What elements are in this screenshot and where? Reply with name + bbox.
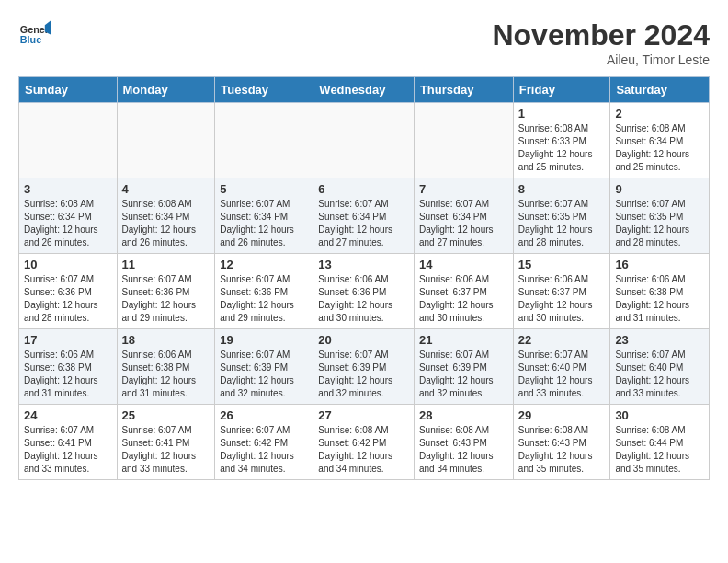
calendar-cell: 6Sunrise: 6:07 AM Sunset: 6:34 PM Daylig… bbox=[313, 178, 415, 254]
day-info: Sunrise: 6:07 AM Sunset: 6:36 PM Dayligh… bbox=[122, 273, 210, 325]
weekday-header-tuesday: Tuesday bbox=[215, 77, 313, 103]
day-info: Sunrise: 6:08 AM Sunset: 6:43 PM Dayligh… bbox=[419, 424, 508, 476]
calendar-cell: 15Sunrise: 6:06 AM Sunset: 6:37 PM Dayli… bbox=[513, 254, 610, 329]
day-info: Sunrise: 6:06 AM Sunset: 6:37 PM Dayligh… bbox=[419, 273, 508, 325]
calendar-week-3: 10Sunrise: 6:07 AM Sunset: 6:36 PM Dayli… bbox=[19, 254, 710, 329]
logo-icon: General Blue bbox=[18, 18, 51, 52]
day-info: Sunrise: 6:07 AM Sunset: 6:39 PM Dayligh… bbox=[220, 349, 308, 400]
calendar-cell: 5Sunrise: 6:07 AM Sunset: 6:34 PM Daylig… bbox=[215, 178, 313, 254]
day-info: Sunrise: 6:07 AM Sunset: 6:39 PM Dayligh… bbox=[419, 349, 508, 400]
location: Aileu, Timor Leste bbox=[492, 52, 710, 67]
day-number: 18 bbox=[122, 333, 210, 347]
day-number: 7 bbox=[419, 182, 508, 196]
day-info: Sunrise: 6:08 AM Sunset: 6:34 PM Dayligh… bbox=[122, 198, 210, 249]
calendar-cell: 28Sunrise: 6:08 AM Sunset: 6:43 PM Dayli… bbox=[414, 405, 513, 480]
calendar-cell: 14Sunrise: 6:06 AM Sunset: 6:37 PM Dayli… bbox=[414, 254, 513, 329]
day-info: Sunrise: 6:08 AM Sunset: 6:34 PM Dayligh… bbox=[24, 198, 112, 249]
day-info: Sunrise: 6:07 AM Sunset: 6:36 PM Dayligh… bbox=[24, 273, 112, 325]
day-number: 27 bbox=[318, 408, 409, 422]
day-number: 14 bbox=[419, 258, 508, 271]
page-header: General Blue November 2024 Aileu, Timor … bbox=[18, 18, 710, 67]
weekday-header-sunday: Sunday bbox=[19, 77, 118, 103]
calendar-cell: 18Sunrise: 6:06 AM Sunset: 6:38 PM Dayli… bbox=[117, 329, 215, 405]
calendar-cell: 4Sunrise: 6:08 AM Sunset: 6:34 PM Daylig… bbox=[117, 178, 215, 254]
calendar-cell: 24Sunrise: 6:07 AM Sunset: 6:41 PM Dayli… bbox=[19, 405, 118, 480]
day-number: 25 bbox=[122, 408, 210, 422]
logo: General Blue bbox=[18, 18, 51, 52]
day-number: 15 bbox=[518, 258, 606, 271]
month-title: November 2024 bbox=[492, 18, 710, 52]
day-number: 16 bbox=[615, 258, 704, 271]
day-info: Sunrise: 6:07 AM Sunset: 6:42 PM Dayligh… bbox=[220, 424, 308, 476]
day-number: 30 bbox=[615, 408, 704, 422]
day-number: 4 bbox=[122, 182, 210, 196]
day-info: Sunrise: 6:06 AM Sunset: 6:38 PM Dayligh… bbox=[615, 273, 704, 325]
calendar-cell: 9Sunrise: 6:07 AM Sunset: 6:35 PM Daylig… bbox=[610, 178, 710, 254]
calendar-cell: 25Sunrise: 6:07 AM Sunset: 6:41 PM Dayli… bbox=[117, 405, 215, 480]
day-info: Sunrise: 6:07 AM Sunset: 6:34 PM Dayligh… bbox=[318, 198, 409, 249]
weekday-header-row: SundayMondayTuesdayWednesdayThursdayFrid… bbox=[19, 77, 710, 103]
day-number: 5 bbox=[220, 182, 308, 196]
calendar-cell: 16Sunrise: 6:06 AM Sunset: 6:38 PM Dayli… bbox=[610, 254, 710, 329]
day-info: Sunrise: 6:06 AM Sunset: 6:38 PM Dayligh… bbox=[24, 349, 112, 400]
calendar-cell bbox=[117, 103, 215, 178]
day-number: 20 bbox=[318, 333, 409, 347]
day-number: 8 bbox=[518, 182, 606, 196]
day-info: Sunrise: 6:07 AM Sunset: 6:36 PM Dayligh… bbox=[220, 273, 308, 325]
day-number: 19 bbox=[220, 333, 308, 347]
calendar-cell: 10Sunrise: 6:07 AM Sunset: 6:36 PM Dayli… bbox=[19, 254, 118, 329]
weekday-header-monday: Monday bbox=[117, 77, 215, 103]
calendar-cell: 21Sunrise: 6:07 AM Sunset: 6:39 PM Dayli… bbox=[414, 329, 513, 405]
calendar-week-5: 24Sunrise: 6:07 AM Sunset: 6:41 PM Dayli… bbox=[19, 405, 710, 480]
calendar-week-2: 3Sunrise: 6:08 AM Sunset: 6:34 PM Daylig… bbox=[19, 178, 710, 254]
title-block: November 2024 Aileu, Timor Leste bbox=[492, 18, 710, 67]
calendar-cell: 13Sunrise: 6:06 AM Sunset: 6:36 PM Dayli… bbox=[313, 254, 415, 329]
day-number: 1 bbox=[518, 107, 606, 121]
day-info: Sunrise: 6:08 AM Sunset: 6:42 PM Dayligh… bbox=[318, 424, 409, 476]
calendar-cell: 30Sunrise: 6:08 AM Sunset: 6:44 PM Dayli… bbox=[610, 405, 710, 480]
day-number: 9 bbox=[615, 182, 704, 196]
day-info: Sunrise: 6:07 AM Sunset: 6:34 PM Dayligh… bbox=[220, 198, 308, 249]
day-info: Sunrise: 6:08 AM Sunset: 6:33 PM Dayligh… bbox=[518, 122, 606, 174]
calendar-cell: 7Sunrise: 6:07 AM Sunset: 6:34 PM Daylig… bbox=[414, 178, 513, 254]
weekday-header-wednesday: Wednesday bbox=[313, 77, 415, 103]
calendar-week-1: 1Sunrise: 6:08 AM Sunset: 6:33 PM Daylig… bbox=[19, 103, 710, 178]
calendar-week-4: 17Sunrise: 6:06 AM Sunset: 6:38 PM Dayli… bbox=[19, 329, 710, 405]
calendar-cell: 12Sunrise: 6:07 AM Sunset: 6:36 PM Dayli… bbox=[215, 254, 313, 329]
day-info: Sunrise: 6:06 AM Sunset: 6:38 PM Dayligh… bbox=[122, 349, 210, 400]
day-info: Sunrise: 6:08 AM Sunset: 6:34 PM Dayligh… bbox=[615, 122, 704, 174]
calendar-cell: 19Sunrise: 6:07 AM Sunset: 6:39 PM Dayli… bbox=[215, 329, 313, 405]
calendar-cell: 23Sunrise: 6:07 AM Sunset: 6:40 PM Dayli… bbox=[610, 329, 710, 405]
day-info: Sunrise: 6:07 AM Sunset: 6:41 PM Dayligh… bbox=[122, 424, 210, 476]
day-number: 3 bbox=[24, 182, 112, 196]
calendar-cell bbox=[215, 103, 313, 178]
calendar-cell: 27Sunrise: 6:08 AM Sunset: 6:42 PM Dayli… bbox=[313, 405, 415, 480]
day-number: 11 bbox=[122, 258, 210, 271]
calendar-cell: 8Sunrise: 6:07 AM Sunset: 6:35 PM Daylig… bbox=[513, 178, 610, 254]
day-number: 12 bbox=[220, 258, 308, 271]
day-number: 22 bbox=[518, 333, 606, 347]
day-number: 28 bbox=[419, 408, 508, 422]
day-info: Sunrise: 6:07 AM Sunset: 6:35 PM Dayligh… bbox=[518, 198, 606, 249]
day-number: 10 bbox=[24, 258, 112, 271]
weekday-header-saturday: Saturday bbox=[610, 77, 710, 103]
weekday-header-friday: Friday bbox=[513, 77, 610, 103]
day-number: 13 bbox=[318, 258, 409, 271]
day-info: Sunrise: 6:08 AM Sunset: 6:43 PM Dayligh… bbox=[518, 424, 606, 476]
calendar-cell: 26Sunrise: 6:07 AM Sunset: 6:42 PM Dayli… bbox=[215, 405, 313, 480]
day-info: Sunrise: 6:07 AM Sunset: 6:40 PM Dayligh… bbox=[615, 349, 704, 400]
calendar-cell: 22Sunrise: 6:07 AM Sunset: 6:40 PM Dayli… bbox=[513, 329, 610, 405]
day-number: 6 bbox=[318, 182, 409, 196]
calendar-cell: 11Sunrise: 6:07 AM Sunset: 6:36 PM Dayli… bbox=[117, 254, 215, 329]
calendar-cell: 1Sunrise: 6:08 AM Sunset: 6:33 PM Daylig… bbox=[513, 103, 610, 178]
day-info: Sunrise: 6:08 AM Sunset: 6:44 PM Dayligh… bbox=[615, 424, 704, 476]
day-number: 21 bbox=[419, 333, 508, 347]
day-info: Sunrise: 6:07 AM Sunset: 6:39 PM Dayligh… bbox=[318, 349, 409, 400]
day-info: Sunrise: 6:07 AM Sunset: 6:34 PM Dayligh… bbox=[419, 198, 508, 249]
day-info: Sunrise: 6:07 AM Sunset: 6:40 PM Dayligh… bbox=[518, 349, 606, 400]
day-number: 29 bbox=[518, 408, 606, 422]
calendar-cell: 20Sunrise: 6:07 AM Sunset: 6:39 PM Dayli… bbox=[313, 329, 415, 405]
day-info: Sunrise: 6:06 AM Sunset: 6:37 PM Dayligh… bbox=[518, 273, 606, 325]
calendar-cell bbox=[19, 103, 118, 178]
calendar-cell: 3Sunrise: 6:08 AM Sunset: 6:34 PM Daylig… bbox=[19, 178, 118, 254]
